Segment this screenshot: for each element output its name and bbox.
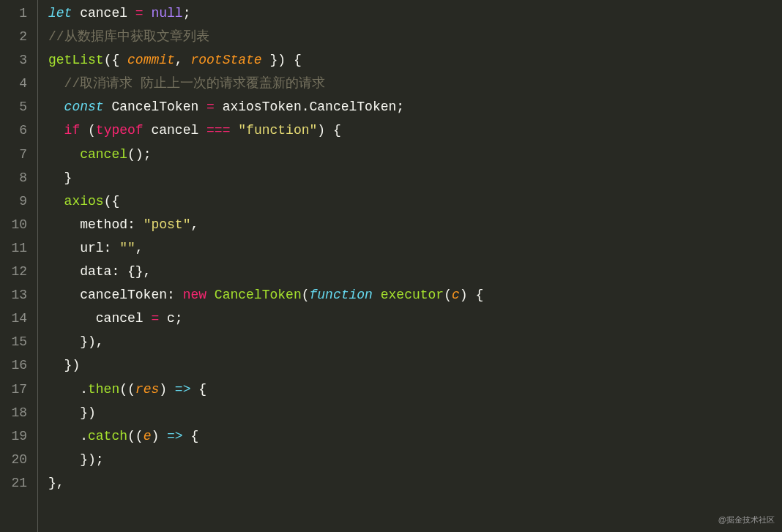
- token-fn: CancelToken: [215, 288, 302, 302]
- token-id: [48, 123, 64, 138]
- code-line: getList({ commit, rootState }) {: [48, 48, 483, 72]
- line-number: 19: [0, 424, 27, 448]
- token-pun: ;: [183, 6, 191, 20]
- code-line: cancelToken: new CancelToken(function ex…: [48, 283, 483, 307]
- token-id: ): [151, 429, 167, 443]
- token-op: =: [206, 100, 215, 114]
- code-line: });: [48, 448, 483, 471]
- line-number: 9: [0, 190, 27, 213]
- token-id: [206, 288, 215, 302]
- code-line: }),: [48, 330, 483, 353]
- token-str: "post": [144, 217, 191, 232]
- token-id: [48, 100, 64, 114]
- token-id: }),: [48, 334, 104, 349]
- token-fn: executor: [381, 288, 444, 302]
- code-line: const CancelToken = axiosToken.CancelTok…: [48, 95, 483, 119]
- line-number: 11: [0, 236, 27, 260]
- token-op: =: [151, 311, 159, 326]
- token-id: (: [80, 123, 96, 138]
- token-kw2: typeof: [96, 123, 144, 138]
- line-number: 5: [0, 95, 27, 119]
- code-line: axios({: [48, 190, 483, 213]
- line-number: 18: [0, 401, 27, 424]
- line-number-gutter: 123456789101112131415161718192021: [0, 0, 38, 532]
- code-line: .then((res) => {: [48, 378, 483, 401]
- token-id: [48, 76, 64, 91]
- token-id: c;: [159, 311, 182, 326]
- token-pm: rootState: [190, 53, 261, 67]
- code-line: },: [48, 471, 483, 495]
- code-line: method: "post",: [48, 213, 483, 236]
- token-pun: ({: [104, 53, 127, 67]
- code-line: }): [48, 353, 483, 377]
- token-id: [48, 194, 64, 209]
- token-id: [48, 147, 80, 162]
- token-id: ((: [127, 429, 144, 443]
- code-line: .catch((e) => {: [48, 424, 483, 448]
- token-kw: =>: [175, 382, 191, 397]
- token-id: }): [48, 358, 80, 372]
- token-id: (: [444, 288, 452, 302]
- token-id: ) {: [317, 123, 340, 138]
- line-number: 10: [0, 213, 27, 236]
- token-id: ((: [119, 382, 135, 397]
- token-id: }: [48, 171, 72, 185]
- token-id: url:: [48, 241, 119, 255]
- code-line: cancel();: [48, 143, 483, 166]
- token-id: [230, 123, 238, 138]
- code-editor: 123456789101112131415161718192021 let ca…: [0, 0, 782, 532]
- token-id: ,: [135, 241, 144, 255]
- token-pun: }) {: [262, 53, 302, 67]
- line-number: 1: [0, 1, 27, 25]
- token-id: ,: [190, 217, 198, 232]
- token-fn: getList: [48, 53, 104, 67]
- token-id: ): [159, 382, 175, 397]
- token-id: },: [48, 476, 64, 490]
- line-number: 14: [0, 307, 27, 330]
- token-kw: let: [48, 6, 80, 20]
- token-pm: commit: [127, 53, 175, 67]
- code-line: }: [48, 166, 483, 190]
- token-id: [373, 288, 381, 302]
- line-number: 3: [0, 48, 27, 72]
- line-number: 2: [0, 25, 27, 48]
- line-number: 21: [0, 471, 27, 495]
- token-pm: e: [144, 429, 152, 443]
- token-fn: axios: [64, 194, 104, 209]
- line-number: 17: [0, 378, 27, 401]
- token-id: {: [183, 429, 199, 443]
- code-line: //从数据库中获取文章列表: [48, 25, 483, 48]
- token-id: .: [48, 382, 88, 397]
- code-area: let cancel = null;//从数据库中获取文章列表getList({…: [38, 0, 483, 532]
- token-id: CancelToken: [111, 100, 206, 114]
- token-id: method:: [48, 217, 144, 232]
- token-kw: =>: [167, 429, 183, 443]
- code-line: if (typeof cancel === "function") {: [48, 119, 483, 142]
- token-fn: then: [88, 382, 119, 397]
- token-id: }): [48, 405, 96, 420]
- token-num: null: [151, 6, 182, 20]
- token-pun: ,: [175, 53, 191, 67]
- token-id: ) {: [460, 288, 483, 302]
- token-pm: c: [452, 288, 460, 302]
- code-line: let cancel = null;: [48, 1, 483, 25]
- line-number: 8: [0, 166, 27, 190]
- token-cm: //取消请求 防止上一次的请求覆盖新的请求: [64, 76, 325, 91]
- code-line: cancel = c;: [48, 307, 483, 330]
- token-id: cancel: [144, 123, 206, 138]
- token-kw2: if: [64, 123, 81, 138]
- token-fn: cancel: [80, 147, 127, 162]
- code-line: //取消请求 防止上一次的请求覆盖新的请求: [48, 72, 483, 95]
- token-id: .: [48, 429, 88, 443]
- token-id: });: [48, 452, 104, 467]
- line-number: 7: [0, 143, 27, 166]
- token-kw2: new: [183, 288, 206, 302]
- line-number: 12: [0, 260, 27, 283]
- token-op: =: [135, 6, 144, 20]
- token-id: [144, 6, 152, 20]
- token-id: data: {},: [48, 264, 151, 279]
- line-number: 15: [0, 330, 27, 353]
- code-line: }): [48, 401, 483, 424]
- token-id: cancel: [80, 6, 135, 20]
- token-str: "function": [238, 123, 317, 138]
